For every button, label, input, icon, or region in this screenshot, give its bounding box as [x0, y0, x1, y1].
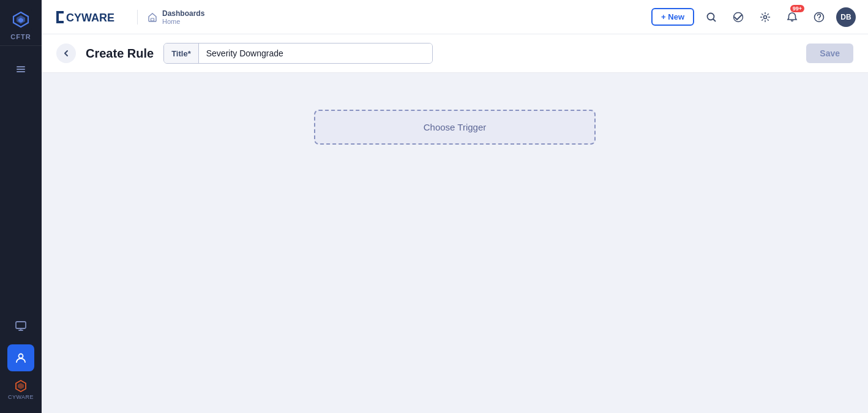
avatar[interactable]: DB [836, 7, 856, 27]
svg-point-8 [19, 354, 23, 358]
search-button[interactable] [702, 7, 721, 27]
topbar-actions: + New [651, 7, 856, 27]
sidebar: CFTR [0, 0, 42, 413]
rule-header: Create Rule Title* Save [42, 34, 868, 73]
content: Create Rule Title* Save Choose Trigger [42, 34, 868, 413]
settings-button[interactable] [755, 7, 775, 27]
notification-badge: 99+ [790, 5, 804, 12]
help-icon [814, 12, 825, 23]
svg-marker-10 [18, 383, 24, 389]
home-icon [148, 12, 157, 22]
sidebar-items [0, 46, 42, 313]
sidebar-item-monitor[interactable] [7, 313, 34, 339]
help-button[interactable] [809, 7, 829, 27]
topbar: CYWARE Dashboards Home + New [42, 0, 868, 34]
svg-marker-11 [59, 11, 64, 13]
svg-rect-4 [17, 66, 25, 67]
main-area: CYWARE Dashboards Home + New [42, 0, 868, 413]
cyware-bottom-icon [14, 379, 28, 393]
svg-rect-15 [151, 18, 154, 21]
monitor-icon [15, 320, 27, 332]
svg-rect-5 [17, 69, 25, 70]
gear-icon [760, 12, 771, 23]
title-input[interactable] [199, 44, 432, 63]
svg-text:CYWARE: CYWARE [66, 12, 114, 24]
menu-icon [15, 63, 27, 75]
svg-rect-7 [16, 322, 26, 328]
new-button[interactable]: + New [651, 8, 694, 26]
breadcrumb-area: Dashboards Home [148, 9, 204, 25]
topbar-brand: CYWARE [54, 9, 115, 26]
svg-marker-12 [56, 11, 59, 23]
choose-trigger-button[interactable]: Choose Trigger [314, 110, 596, 145]
sidebar-item-menu[interactable] [7, 56, 34, 83]
save-button[interactable]: Save [806, 44, 853, 63]
sidebar-logo-area: CFTR [0, 0, 42, 46]
svg-point-18 [764, 15, 767, 18]
search-icon [706, 12, 717, 23]
breadcrumb: Dashboards Home [162, 9, 204, 25]
notification-button[interactable]: 99+ [782, 7, 802, 27]
breadcrumb-title: Dashboards [162, 9, 204, 18]
title-label: Title* [164, 44, 199, 63]
topbar-divider [137, 10, 138, 25]
breadcrumb-subtitle: Home [162, 18, 204, 25]
svg-point-20 [818, 19, 820, 20]
cyware-bottom-label: CYWARE [8, 394, 34, 400]
cyware-logo-icon [10, 9, 32, 31]
page-title: Create Rule [86, 47, 154, 61]
user-icon [15, 352, 27, 364]
sidebar-bottom: CYWARE [0, 313, 42, 413]
back-button[interactable] [56, 44, 76, 63]
svg-marker-13 [59, 21, 64, 23]
canvas-area: Choose Trigger [42, 73, 868, 413]
topbar-cyware-logo: CYWARE [54, 9, 115, 26]
sidebar-cftr-label: CFTR [10, 33, 31, 40]
svg-point-16 [708, 13, 714, 20]
sidebar-item-cyware[interactable]: CYWARE [7, 376, 34, 403]
title-field-wrapper: Title* [163, 43, 433, 64]
check-icon [733, 12, 744, 23]
checkmark-button[interactable] [728, 7, 748, 27]
svg-rect-6 [17, 71, 25, 72]
sidebar-item-user[interactable] [7, 344, 34, 371]
bell-icon [787, 12, 798, 23]
arrow-left-icon [61, 48, 71, 58]
